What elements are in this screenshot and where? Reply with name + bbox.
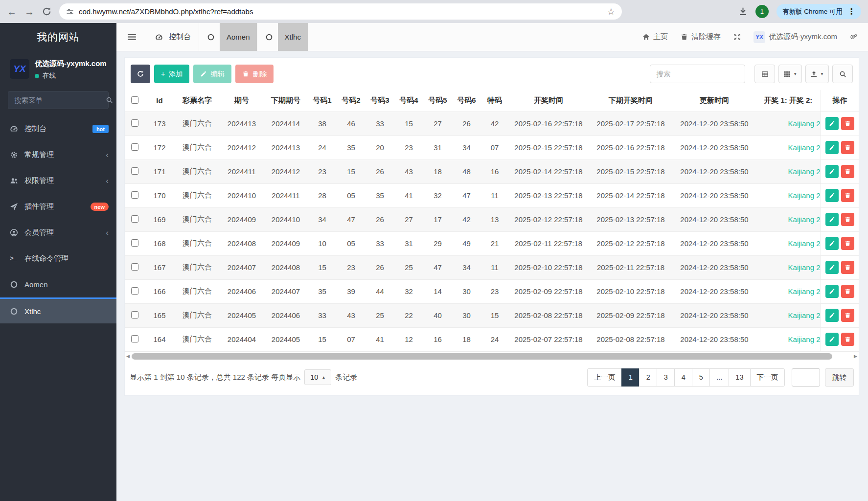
site-settings-icon[interactable] [66, 8, 74, 16]
column-header[interactable]: 号码1 [308, 90, 337, 112]
scroll-right-icon[interactable]: ▶ [854, 354, 857, 359]
chrome-update-chip[interactable]: 有新版 Chrome 可用 ⋮ [777, 4, 861, 19]
columns-toggle-button[interactable]: ▼ [778, 65, 802, 83]
tab-Aomen[interactable]: Aomen [199, 23, 257, 51]
kaijiang-link[interactable]: Kaijiang 2 [756, 327, 821, 351]
prev-page-button[interactable]: 上一页 [587, 368, 622, 387]
row-checkbox[interactable] [131, 311, 138, 319]
topbar-action-主页[interactable]: 主页 [642, 32, 668, 42]
profile-avatar[interactable]: 1 [755, 5, 769, 18]
column-header[interactable]: 彩票名字 [175, 90, 220, 112]
reload-icon[interactable] [42, 7, 51, 16]
cogs-icon[interactable] [850, 33, 857, 41]
row-delete-button[interactable] [841, 165, 854, 178]
table-search-input[interactable] [650, 65, 745, 83]
hamburger-icon[interactable] [116, 23, 147, 51]
row-edit-button[interactable] [825, 309, 839, 322]
sidebar-item-权限管理[interactable]: 权限管理‹ [0, 168, 116, 194]
tab-Xtlhc[interactable]: Xtlhc [257, 23, 308, 51]
column-header[interactable]: 号码4 [394, 90, 423, 112]
kaijiang-link[interactable]: Kaijiang 2 [756, 279, 821, 303]
page-button-1[interactable]: 1 [621, 368, 640, 387]
sidebar-item-Aomen[interactable]: Aomen [0, 272, 116, 297]
export-button[interactable]: ▼ [805, 65, 829, 83]
sidebar-item-在线命令管理[interactable]: >_在线命令管理 [0, 246, 116, 272]
delete-button[interactable]: 删除 [235, 65, 274, 83]
row-delete-button[interactable] [841, 333, 854, 346]
column-header[interactable]: 更新时间 [673, 90, 756, 112]
browser-menu-dots-icon[interactable]: ⋮ [847, 7, 855, 16]
column-header[interactable]: 特码 [481, 90, 508, 112]
sidebar-search-input[interactable] [14, 96, 106, 104]
row-edit-button[interactable] [825, 165, 839, 178]
scrollbar-thumb[interactable] [132, 353, 832, 360]
column-header[interactable]: 开奖时间 [508, 90, 589, 112]
row-checkbox[interactable] [131, 191, 138, 199]
row-delete-button[interactable] [841, 237, 854, 250]
page-button-5[interactable]: 5 [692, 368, 710, 387]
row-checkbox[interactable] [131, 287, 138, 295]
kaijiang-link[interactable]: Kaijiang 2 [756, 207, 821, 231]
row-edit-button[interactable] [825, 237, 839, 250]
column-header[interactable]: 下期期号 [264, 90, 308, 112]
row-delete-button[interactable] [841, 141, 854, 154]
column-header[interactable]: 号码3 [365, 90, 394, 112]
page-button-4[interactable]: 4 [674, 368, 692, 387]
row-delete-button[interactable] [841, 117, 854, 130]
tab-控制台[interactable]: 控制台 [147, 23, 199, 51]
column-header[interactable]: 期号 [220, 90, 264, 112]
jump-page-input[interactable] [792, 368, 820, 387]
forward-icon[interactable]: → [24, 7, 34, 17]
kaijiang-link[interactable]: Kaijiang 2 [756, 112, 821, 136]
row-checkbox[interactable] [131, 215, 138, 223]
column-header[interactable]: 开奖 1: 开奖 2: [756, 90, 821, 112]
column-header[interactable]: 号码6 [452, 90, 481, 112]
url-text[interactable]: cod.hwymw.net/aZXDBMbhdO.php/xtlhc?ref=a… [79, 7, 602, 16]
url-bar[interactable]: cod.hwymw.net/aZXDBMbhdO.php/xtlhc?ref=a… [59, 3, 622, 20]
row-edit-button[interactable] [825, 261, 839, 274]
row-delete-button[interactable] [841, 189, 854, 202]
kaijiang-link[interactable]: Kaijiang 2 [756, 183, 821, 207]
column-header[interactable]: 号码2 [337, 90, 365, 112]
sidebar-item-会员管理[interactable]: 会员管理‹ [0, 220, 116, 246]
topbar-action-清除缓存[interactable]: 清除缓存 [681, 32, 721, 42]
row-checkbox[interactable] [131, 167, 138, 175]
row-edit-button[interactable] [825, 189, 839, 202]
row-checkbox[interactable] [131, 239, 138, 247]
page-button-13[interactable]: 13 [729, 368, 750, 387]
column-header[interactable]: 号码5 [423, 90, 452, 112]
table-view-icon[interactable] [754, 65, 775, 83]
topbar-action-优选源码-yxymk.com[interactable]: YX优选源码-yxymk.com [754, 31, 837, 43]
search-toggle-button[interactable] [832, 65, 853, 83]
sidebar-item-Xtlhc[interactable]: Xtlhc [0, 297, 116, 323]
row-edit-button[interactable] [825, 213, 839, 226]
sidebar-item-常规管理[interactable]: 常规管理‹ [0, 142, 116, 168]
row-delete-button[interactable] [841, 261, 854, 274]
edit-button[interactable]: 编辑 [193, 65, 231, 83]
row-edit-button[interactable] [825, 333, 839, 346]
next-page-button[interactable]: 下一页 [750, 368, 785, 387]
page-button-3[interactable]: 3 [657, 368, 675, 387]
row-checkbox[interactable] [131, 335, 138, 342]
row-delete-button[interactable] [841, 309, 854, 322]
row-checkbox[interactable] [131, 119, 138, 127]
page-button-2[interactable]: 2 [639, 368, 657, 387]
refresh-button[interactable] [131, 65, 150, 83]
page-size-select[interactable]: 10 ▲ [304, 369, 331, 385]
row-delete-button[interactable] [841, 213, 854, 226]
kaijiang-link[interactable]: Kaijiang 2 [756, 231, 821, 255]
expand-icon[interactable] [733, 33, 741, 41]
column-header[interactable]: Id [144, 90, 175, 112]
add-button[interactable]: + 添加 [154, 65, 189, 83]
column-header[interactable]: 下期开奖时间 [589, 90, 673, 112]
row-edit-button[interactable] [825, 285, 839, 298]
kaijiang-link[interactable]: Kaijiang 2 [756, 303, 821, 327]
jump-button[interactable]: 跳转 [825, 368, 854, 387]
row-checkbox[interactable] [131, 263, 138, 271]
page-button-...[interactable]: ... [709, 368, 729, 387]
scroll-left-icon[interactable]: ◀ [126, 354, 130, 359]
select-all-checkbox[interactable] [131, 96, 138, 104]
row-delete-button[interactable] [841, 285, 854, 298]
kaijiang-link[interactable]: Kaijiang 2 [756, 159, 821, 183]
bookmark-star-icon[interactable]: ☆ [607, 6, 615, 17]
